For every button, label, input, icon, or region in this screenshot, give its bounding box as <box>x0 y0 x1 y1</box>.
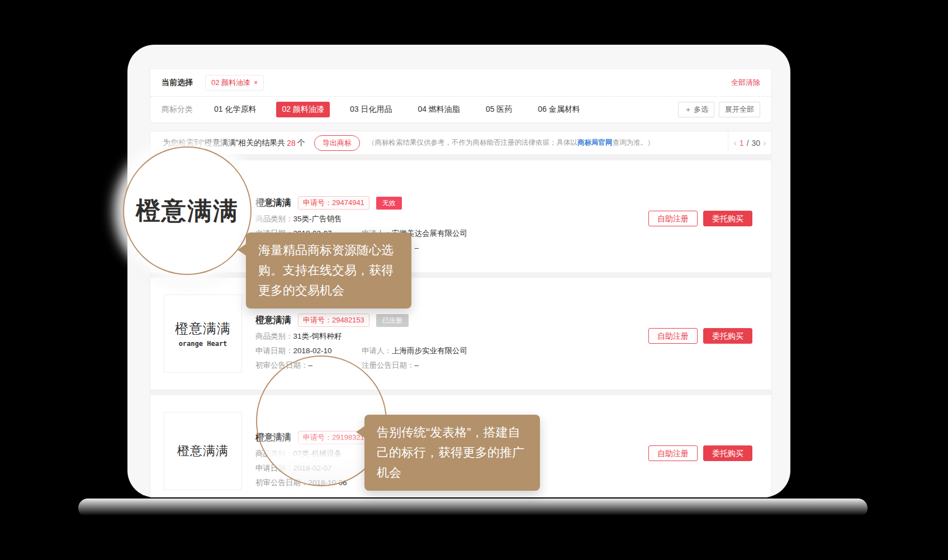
field-value: 上海雨步实业有限公司 <box>392 347 467 355</box>
field-value: 35类-广告销售 <box>293 215 342 223</box>
disclaimer-text: （商标检索结果仅供参考，不作为商标能否注册的法律依据；具体以商标局官网查询为准。… <box>368 138 655 148</box>
prev-page-icon[interactable]: ‹ <box>734 138 737 148</box>
category-item-04[interactable]: 04 燃料油脂 <box>412 102 465 117</box>
application-number-label: 申请号： <box>303 316 332 324</box>
trademark-office-link[interactable]: 商标局官网 <box>577 139 613 146</box>
application-number-tag: 申请号：29482153 <box>298 314 369 327</box>
clear-all-link[interactable]: 全部清除 <box>731 78 760 88</box>
category-item-03[interactable]: 03 日化用品 <box>344 102 397 117</box>
application-number-tag: 申请号：29474941 <box>298 196 369 210</box>
expand-all-button[interactable]: 展开全部 <box>719 102 760 117</box>
filter-card: 当前选择 02 颜料油漆 × 全部清除 商标分类 01 化学原料 02 颜料油漆… <box>150 68 772 123</box>
field-value: 31类-饲料种籽 <box>293 332 342 340</box>
disclaimer-post: 查询为准。） <box>612 139 654 146</box>
category-row: 商标分类 01 化学原料 02 颜料油漆 03 日化用品 04 燃料油脂 05 … <box>150 97 771 122</box>
result-row-2: 橙意满满 orange Heart 橙意满满 申请号：29482153 已注册 … <box>150 278 771 390</box>
status-badge-registered: 已注册 <box>376 314 409 327</box>
field-label: 商品类别： <box>255 215 293 223</box>
trademark-name[interactable]: 橙意满满 <box>255 197 291 209</box>
application-number-value: 29474941 <box>332 198 364 207</box>
results-header: 为您检索到“橙意满满”相关的结果共 28 个 导出商标 （商标检索结果仅供参考，… <box>150 131 771 155</box>
field-value: 2018-02-10 <box>293 347 332 355</box>
trademark-name[interactable]: 橙意满满 <box>255 315 291 326</box>
stage: 当前选择 02 颜料油漆 × 全部清除 商标分类 01 化学原料 02 颜料油漆… <box>0 0 948 560</box>
device-base-shadow <box>78 499 868 518</box>
current-page: 1 <box>740 139 744 148</box>
self-register-button[interactable]: 自助注册 <box>648 211 698 226</box>
export-trademark-button[interactable]: 导出商标 <box>314 135 360 151</box>
magnifier-circle-1: 橙意满满 <box>123 146 252 275</box>
entrust-buy-button[interactable]: 委托购买 <box>703 445 752 461</box>
field-label: 注册公告日期： <box>362 361 415 369</box>
status-badge-invalid: 无效 <box>376 197 402 210</box>
entrust-buy-button[interactable]: 委托购买 <box>703 211 752 226</box>
self-register-button[interactable]: 自助注册 <box>648 328 698 344</box>
multi-select-button[interactable]: ＋ 多选 <box>678 102 714 117</box>
application-number-value: 29482153 <box>332 316 364 324</box>
category-item-01[interactable]: 01 化学原料 <box>208 102 262 117</box>
pagination: ‹ 1 / 30 › <box>728 131 771 154</box>
category-label: 商标分类 <box>162 105 193 115</box>
field-value: – <box>415 244 419 252</box>
page-separator: / <box>747 139 749 148</box>
trademark-image-3: 橙意满满 <box>164 412 242 490</box>
category-item-05[interactable]: 05 医药 <box>480 102 518 117</box>
results-unit: 个 <box>297 138 305 148</box>
results-count: 28 <box>287 139 296 148</box>
application-number-label: 申请号： <box>303 198 332 207</box>
entrust-buy-button[interactable]: 委托购买 <box>703 328 752 344</box>
field-value: – <box>415 361 419 369</box>
current-selection-row: 当前选择 02 颜料油漆 × 全部清除 <box>150 69 771 97</box>
category-item-02-selected[interactable]: 02 颜料油漆 <box>276 102 329 117</box>
trademark-image-text: 橙意满满 <box>177 443 229 459</box>
field-label: 申请日期： <box>255 347 293 355</box>
selected-filter-tag-label: 02 颜料油漆 <box>211 78 250 88</box>
next-page-icon[interactable]: › <box>763 138 766 148</box>
selected-filter-tag[interactable]: 02 颜料油漆 × <box>205 75 264 91</box>
tooltip-marketplace: 海量精品商标资源随心选购。支持在线交易，获得更多的交易机会 <box>246 232 411 309</box>
remove-tag-icon[interactable]: × <box>254 79 258 87</box>
trademark-image-text: 橙意满满 <box>175 320 231 338</box>
field-label: 申请人： <box>362 347 392 355</box>
self-register-button[interactable]: 自助注册 <box>648 445 698 461</box>
category-item-06[interactable]: 06 金属材料 <box>532 102 585 117</box>
magnified-trademark-text: 橙意满满 <box>136 194 239 227</box>
trademark-image-2: 橙意满满 orange Heart <box>164 295 242 373</box>
disclaimer-pre: （商标检索结果仅供参考，不作为商标能否注册的法律依据；具体以 <box>368 139 577 146</box>
total-pages: 30 <box>752 139 761 148</box>
current-selection-label: 当前选择 <box>162 78 193 88</box>
tooltip-promotion: 告别传统“发表格”，搭建自己的标行，获得更多的推广机会 <box>364 415 540 491</box>
trademark-image-subtext: orange Heart <box>179 340 227 348</box>
field-label: 商品类别： <box>255 332 293 340</box>
